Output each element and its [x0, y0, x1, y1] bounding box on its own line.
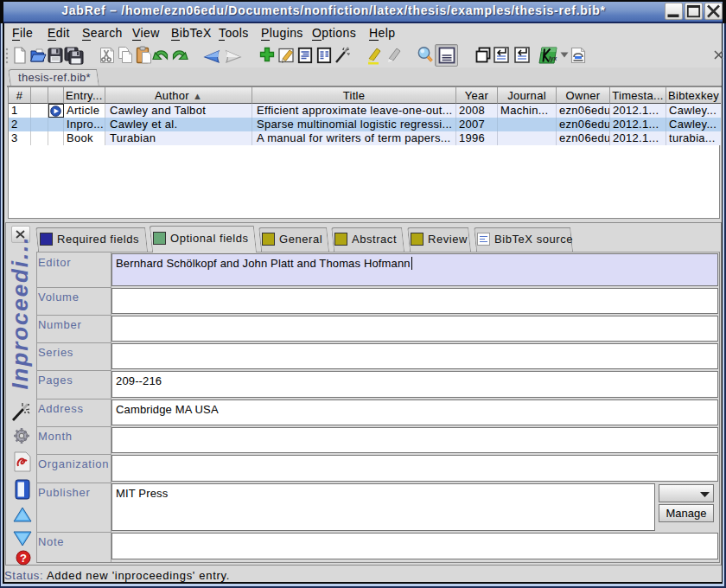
svg-text:?: ? — [20, 552, 27, 565]
svg-text:lyx: lyx — [549, 55, 557, 62]
